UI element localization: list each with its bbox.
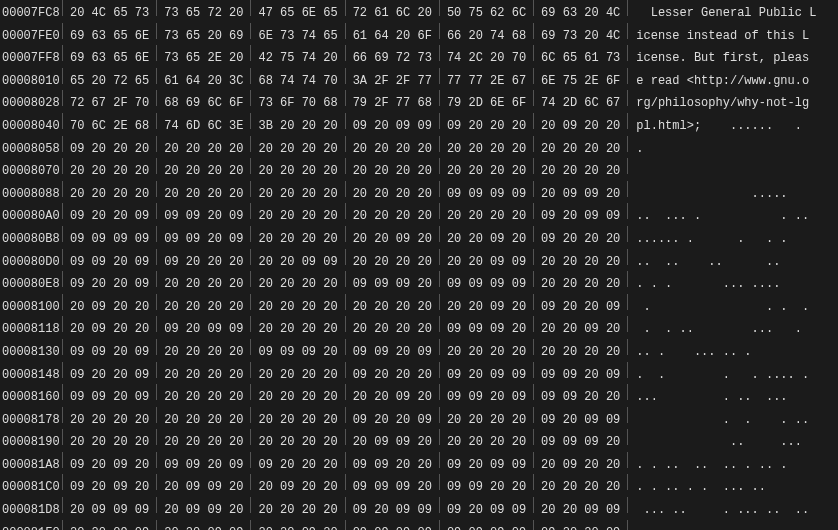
hex-group: 20 20 20 20 — [157, 186, 250, 204]
offset: 00008088 — [0, 186, 62, 204]
hex-group: 20 20 20 20 — [251, 389, 344, 407]
hex-group: 09 20 09 20 — [63, 479, 156, 497]
hex-group: 09 09 09 09 — [63, 231, 156, 249]
ascii-column: ... .. . ... .. .. — [628, 502, 838, 520]
ascii-column: pl.html>; ...... . — [628, 118, 838, 136]
ascii-column: .. ... — [628, 434, 838, 452]
ascii-column: e read <http://www.gnu.o — [628, 73, 838, 91]
hex-group: 73 6F 70 68 — [251, 95, 344, 113]
hex-group: 20 20 20 20 — [251, 412, 344, 430]
hex-group: 20 20 09 09 — [440, 254, 533, 272]
hex-group: 09 20 09 09 — [440, 367, 533, 385]
hex-group: 20 20 09 20 — [346, 231, 439, 249]
ascii-column: .. ... . . .. — [628, 208, 838, 226]
ascii-column: ..... — [628, 186, 838, 204]
hex-group: 09 09 09 09 — [440, 525, 533, 530]
hex-group: 20 20 20 20 — [251, 231, 344, 249]
ascii-column: . . .. . . ... .. — [628, 479, 838, 497]
hex-group: 72 61 6C 20 — [346, 5, 439, 23]
hex-group: 66 20 74 68 — [440, 28, 533, 46]
hex-group: 3B 20 20 20 — [251, 118, 344, 136]
ascii-column — [628, 163, 838, 181]
hex-group: 69 63 65 6E — [63, 50, 156, 68]
hex-group: 20 20 20 20 — [157, 412, 250, 430]
hex-group: 79 2F 77 68 — [346, 95, 439, 113]
hex-group: 09 09 09 09 — [440, 186, 533, 204]
hex-row: 0000814809 20 20 0920 20 20 2020 20 20 2… — [0, 362, 838, 385]
hex-group: 09 09 20 09 — [346, 344, 439, 362]
hex-group: 09 09 20 20 — [440, 479, 533, 497]
offset: 000080E8 — [0, 276, 62, 294]
hex-group: 09 09 20 09 — [157, 208, 250, 226]
offset: 00008100 — [0, 299, 62, 317]
hex-group: 20 20 20 20 — [63, 412, 156, 430]
hex-group: 09 09 09 09 — [346, 525, 439, 530]
hex-group: 20 20 20 20 — [534, 163, 627, 181]
hex-group: 09 20 09 09 — [534, 208, 627, 226]
hex-group: 42 75 74 20 — [251, 50, 344, 68]
hex-row: 0000804070 6C 2E 6874 6D 6C 3E3B 20 20 2… — [0, 113, 838, 136]
offset: 00008040 — [0, 118, 62, 136]
hex-group: 09 20 09 09 — [534, 412, 627, 430]
hex-group: 09 09 09 09 — [440, 276, 533, 294]
hex-group: 09 20 20 09 — [63, 208, 156, 226]
hex-group: 09 20 20 09 — [63, 276, 156, 294]
hex-group: 20 20 20 20 — [251, 141, 344, 159]
hex-group: 09 09 20 09 — [157, 231, 250, 249]
ascii-column: icense instead of this L — [628, 28, 838, 46]
hex-group: 20 20 09 20 — [440, 231, 533, 249]
hex-group: 73 65 72 20 — [157, 5, 250, 23]
offset: 000080D0 — [0, 254, 62, 272]
hex-group: 20 20 20 20 — [157, 299, 250, 317]
offset: 00008010 — [0, 73, 62, 91]
hex-group: 20 20 20 20 — [251, 276, 344, 294]
hex-group: 20 20 09 20 — [534, 321, 627, 339]
hex-row: 000080D009 09 20 0909 20 20 2020 20 09 0… — [0, 249, 838, 272]
ascii-column: ... . .. ... — [628, 389, 838, 407]
hex-row: 000081D820 09 09 0920 09 09 2020 20 20 2… — [0, 497, 838, 520]
hex-group: 20 20 20 20 — [346, 208, 439, 226]
hex-group: 09 09 09 20 — [346, 276, 439, 294]
offset: 000081A8 — [0, 457, 62, 475]
hex-group: 09 20 20 09 — [346, 412, 439, 430]
hex-row: 0000802872 67 2F 7068 69 6C 6F73 6F 70 6… — [0, 90, 838, 113]
ascii-column: . . . .. — [628, 412, 838, 430]
hex-group: 20 20 20 20 — [346, 254, 439, 272]
hex-group: 3A 2F 2F 77 — [346, 73, 439, 91]
hex-group: 09 20 20 09 — [534, 525, 627, 530]
hex-group: 20 09 20 20 — [63, 299, 156, 317]
hex-group: 20 20 20 20 — [157, 163, 250, 181]
hex-group: 74 2D 6C 67 — [534, 95, 627, 113]
hex-group: 68 74 74 70 — [251, 73, 344, 91]
hex-group: 20 20 20 20 — [440, 434, 533, 452]
hexdump-view[interactable]: 00007FC820 4C 65 7373 65 72 2047 65 6E 6… — [0, 0, 838, 530]
hex-group: 73 65 20 69 — [157, 28, 250, 46]
offset: 000081C0 — [0, 479, 62, 497]
hex-row: 000080A009 20 20 0909 09 20 0920 20 20 2… — [0, 203, 838, 226]
hex-row: 0000810020 09 20 2020 20 20 2020 20 20 2… — [0, 294, 838, 317]
hex-group: 68 69 6C 6F — [157, 95, 250, 113]
hex-group: 20 09 09 20 — [534, 186, 627, 204]
ascii-column: .. .. .. .. — [628, 254, 838, 272]
hex-group: 09 09 20 09 — [63, 344, 156, 362]
hex-group: 20 20 20 20 — [251, 367, 344, 385]
hex-group: 09 20 09 09 — [440, 502, 533, 520]
hex-group: 20 20 20 20 — [534, 344, 627, 362]
ascii-column: ...... . . . . — [628, 231, 838, 249]
hex-group: 09 09 09 20 — [440, 321, 533, 339]
hex-group: 20 20 09 20 — [251, 525, 344, 530]
offset: 00008190 — [0, 434, 62, 452]
hex-group: 09 20 09 09 — [346, 118, 439, 136]
offset: 00008118 — [0, 321, 62, 339]
hex-group: 20 4C 65 73 — [63, 5, 156, 23]
hex-group: 20 20 09 09 — [63, 525, 156, 530]
hex-row: 0000813009 09 20 0920 20 20 2009 09 09 2… — [0, 339, 838, 362]
hex-group: 20 20 20 20 — [157, 434, 250, 452]
ascii-column: . — [628, 141, 838, 159]
hex-row: 00007FC820 4C 65 7373 65 72 2047 65 6E 6… — [0, 0, 838, 23]
hex-group: 09 09 20 09 — [63, 254, 156, 272]
offset: 000080A0 — [0, 208, 62, 226]
offset: 00008058 — [0, 141, 62, 159]
hex-group: 09 20 20 20 — [251, 457, 344, 475]
hex-row: 0000808820 20 20 2020 20 20 2020 20 20 2… — [0, 181, 838, 204]
